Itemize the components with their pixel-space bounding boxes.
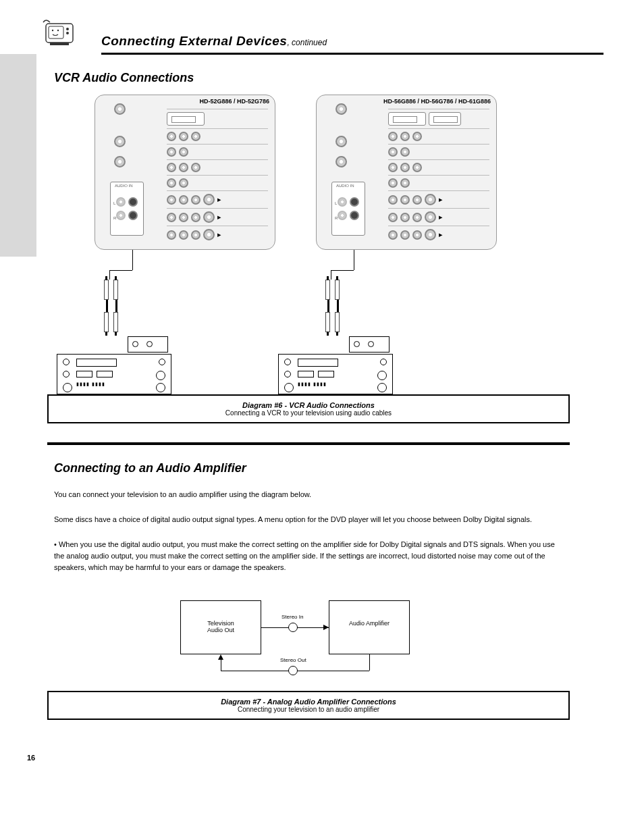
- diagram6-caption-box: Diagram #6 - VCR Audio Connections Conne…: [47, 394, 570, 423]
- cartoon-tv-icon: [41, 17, 78, 51]
- page-header-continued: , continued: [287, 38, 327, 47]
- arrow-icon: [323, 625, 329, 630]
- svg-point-3: [66, 32, 69, 34]
- audio-in-label: AUDIO IN: [115, 184, 133, 188]
- diagram7-caption-sub: Connecting your television to an audio a…: [57, 706, 560, 713]
- svg-point-2: [66, 28, 69, 30]
- amplifier-box: Audio Amplifier: [329, 600, 410, 654]
- vcr-device-icon: ▮▮▮▮ ▮▮▮▮: [57, 354, 171, 394]
- svg-point-4: [52, 30, 53, 31]
- amp-body-text: You can connect your television to an au…: [54, 489, 563, 500]
- model-label-right: HD-56G886 / HD-56G786 / HD-61G886: [383, 98, 491, 105]
- stereo-in-label: Stereo In: [281, 614, 303, 620]
- amp-loop-diagram: Television Audio Out Audio Amplifier Ste…: [173, 600, 444, 681]
- diagram7-caption-box: Diagram #7 - Analog Audio Amplifier Conn…: [47, 691, 570, 720]
- section-amp-title: Connecting to an Audio Amplifier: [54, 461, 603, 475]
- svg-rect-6: [50, 43, 69, 45]
- page-number: 16: [27, 754, 603, 762]
- dvi-port-icon: [167, 112, 205, 126]
- tv-rear-panel-right: HD-56G886 / HD-56G786 / HD-61G886 ▸ ▸ ▸ …: [316, 95, 497, 250]
- amp-loop-note: • When you use the digital audio output,…: [54, 539, 563, 573]
- svg-rect-1: [49, 26, 63, 38]
- connector-block: [128, 336, 168, 353]
- page-header-title: Connecting External Devices: [101, 34, 287, 48]
- vcr-diagram-row: HD-52G886 / HD-52G786 ▸ ▸ ▸ AUDIO IN L: [95, 95, 603, 385]
- arrow-icon: [218, 654, 223, 660]
- svg-point-5: [57, 30, 59, 31]
- model-label-left: HD-52G886 / HD-52G786: [199, 98, 269, 105]
- diagram6-caption-title: Diagram #6 - VCR Audio Connections: [57, 401, 560, 409]
- diagram-right: HD-56G886 / HD-56G786 / HD-61G886 ▸ ▸ ▸ …: [316, 95, 497, 385]
- stereo-out-label: Stereo Out: [280, 657, 306, 663]
- stereo-node-icon: [288, 623, 298, 632]
- tv-audio-out-box: Television Audio Out: [180, 600, 261, 654]
- speaker-jack: [114, 136, 126, 147]
- audio-in-box: AUDIO IN L R: [110, 182, 144, 236]
- speaker-jack: [114, 103, 126, 115]
- rca-plug-icon: [104, 280, 109, 300]
- section-divider: [47, 442, 570, 445]
- amp-loop-lead: Some discs have a choice of digital audi…: [54, 514, 563, 525]
- diagram7-caption-title: Diagram #7 - Analog Audio Amplifier Conn…: [57, 698, 560, 706]
- label-l: L: [113, 201, 115, 205]
- stereo-node-icon: [288, 666, 298, 675]
- header-rule: [101, 53, 603, 55]
- section-vcr-title: VCR Audio Connections: [54, 71, 603, 85]
- diagram-left: HD-52G886 / HD-52G786 ▸ ▸ ▸ AUDIO IN L: [95, 95, 275, 385]
- rca-plug-icon: [113, 280, 118, 300]
- diagram6-caption-sub: Connecting a VCR to your television usin…: [57, 409, 560, 417]
- tv-rear-panel-left: HD-52G886 / HD-52G786 ▸ ▸ ▸ AUDIO IN L: [95, 95, 275, 250]
- side-tab: [0, 54, 36, 257]
- speaker-jack: [114, 156, 126, 167]
